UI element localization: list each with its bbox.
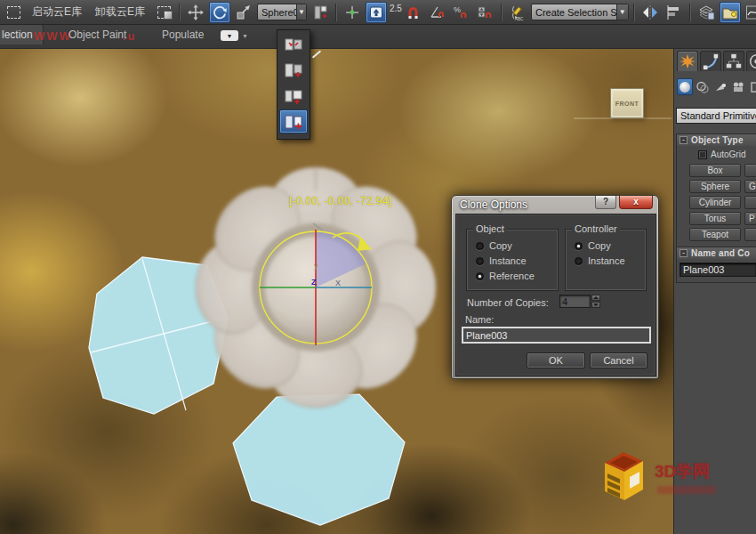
toolbar-separator bbox=[501, 4, 503, 21]
angle-snap-button[interactable] bbox=[427, 2, 448, 23]
cylinder-button[interactable]: Cylinder bbox=[689, 196, 741, 209]
radio-icon bbox=[476, 242, 484, 250]
ok-button[interactable]: OK bbox=[527, 352, 585, 368]
flyout-icon-2 bbox=[284, 62, 303, 78]
select-manipulate-button[interactable] bbox=[342, 2, 363, 23]
main-toolbar: 启动云E库 卸载云E库 Sphere00 ▼ bbox=[0, 0, 756, 25]
spinner-up-button[interactable] bbox=[591, 295, 600, 301]
select-object-icon bbox=[157, 6, 171, 19]
scale-icon bbox=[236, 4, 252, 20]
select-move-button[interactable] bbox=[185, 2, 206, 23]
autogrid-checkbox[interactable] bbox=[698, 150, 707, 159]
viewcube-label: FRONT bbox=[615, 101, 639, 107]
curve-editor-button[interactable] bbox=[744, 2, 756, 23]
percent-snap-button[interactable]: % bbox=[451, 2, 472, 23]
select-object-button[interactable] bbox=[153, 2, 174, 23]
subtab-shapes[interactable] bbox=[695, 78, 711, 95]
command-panel-tabs bbox=[674, 51, 756, 73]
pyramid-button[interactable]: P bbox=[744, 212, 756, 225]
copies-field[interactable] bbox=[559, 295, 591, 308]
flyout-option-3-button[interactable] bbox=[279, 84, 308, 108]
named-sets-icon: ABC bbox=[510, 4, 526, 20]
cone-button[interactable] bbox=[744, 164, 756, 177]
dialog-close-button[interactable]: x bbox=[619, 196, 653, 209]
selection-region-icon bbox=[7, 6, 20, 19]
tab-motion[interactable] bbox=[746, 51, 756, 71]
axis-z-label: Z bbox=[311, 278, 317, 287]
flyout-option-1-button[interactable] bbox=[279, 32, 308, 56]
controller-instance-radio[interactable]: Instance bbox=[575, 255, 625, 266]
object-reference-radio[interactable]: Reference bbox=[476, 271, 535, 281]
select-rotate-button[interactable] bbox=[209, 2, 230, 23]
dialog-title: Clone Options bbox=[460, 198, 527, 211]
tab-populate[interactable]: Populate bbox=[162, 28, 204, 41]
rotate-icon bbox=[212, 4, 228, 20]
object-type-rollout-header[interactable]: - Object Type bbox=[677, 134, 756, 146]
reference-coordinate-system-select[interactable]: Sphere00 ▼ bbox=[257, 4, 307, 20]
name-label: Name: bbox=[465, 314, 494, 325]
sphere-button[interactable]: Sphere bbox=[689, 180, 741, 193]
subtab-lights[interactable] bbox=[712, 78, 728, 95]
clone-options-dialog: Clone Options ? x Object Copy Instance R… bbox=[451, 195, 659, 379]
object-copy-radio[interactable]: Copy bbox=[476, 240, 512, 251]
snaps-toggle-button[interactable] bbox=[403, 2, 424, 23]
cancel-button[interactable]: Cancel bbox=[590, 352, 647, 368]
flyout-option-2-button[interactable] bbox=[279, 58, 308, 82]
uninstall-cloud-library-button[interactable]: 卸载云E库 bbox=[90, 4, 150, 20]
geosphere-button[interactable]: Ge bbox=[744, 180, 756, 193]
tube-button[interactable] bbox=[744, 196, 756, 209]
copies-spinner bbox=[591, 295, 600, 308]
rectangular-selection-region-button[interactable] bbox=[3, 2, 24, 23]
plane-object-bottom[interactable] bbox=[233, 394, 405, 525]
radio-icon bbox=[575, 242, 583, 250]
align-button[interactable] bbox=[664, 2, 685, 23]
create-icon bbox=[679, 53, 696, 70]
chevron-down-icon: ▼ bbox=[242, 33, 248, 39]
object-name-field[interactable] bbox=[680, 263, 756, 277]
copies-label: Number of Copies: bbox=[467, 297, 549, 308]
flyout-option-4-button[interactable] bbox=[279, 109, 308, 134]
controller-copy-radio[interactable]: Copy bbox=[575, 240, 611, 251]
viewcube-front-face[interactable]: FRONT bbox=[610, 88, 644, 118]
angle-snap-icon bbox=[430, 5, 445, 20]
teapot-button[interactable]: Teapot bbox=[689, 228, 741, 241]
name-color-rollout-header[interactable]: - Name and Co bbox=[677, 247, 756, 259]
primitive-category-select[interactable]: Standard Primitives bbox=[676, 108, 756, 124]
named-selection-set-select[interactable]: Create Selection Se ▼ bbox=[531, 4, 629, 20]
launch-cloud-library-button[interactable]: 启动云E库 bbox=[27, 4, 87, 20]
tab-hierarchy[interactable] bbox=[723, 51, 744, 71]
tab-create[interactable] bbox=[677, 51, 698, 71]
edit-named-selection-sets-button[interactable]: ABC bbox=[507, 2, 528, 23]
tab-modify[interactable] bbox=[700, 51, 721, 71]
mirror-button[interactable] bbox=[639, 2, 661, 23]
graphite-ribbon-toggle-button[interactable] bbox=[720, 2, 741, 23]
spinner-snap-button[interactable] bbox=[475, 2, 496, 23]
helpers-icon bbox=[750, 81, 756, 93]
plane-button[interactable] bbox=[744, 228, 756, 241]
layer-manager-button[interactable] bbox=[696, 2, 717, 23]
subtab-helpers[interactable] bbox=[748, 78, 756, 95]
ribbon-minimize-button[interactable]: ▼ bbox=[221, 30, 238, 41]
subtab-geometry[interactable] bbox=[677, 78, 693, 95]
subtab-cameras[interactable] bbox=[730, 78, 746, 95]
radio-icon bbox=[476, 257, 484, 265]
select-scale-button[interactable] bbox=[233, 2, 254, 23]
svg-text:ABC: ABC bbox=[515, 16, 524, 20]
autogrid-label: AutoGrid bbox=[711, 150, 745, 159]
mirror-icon bbox=[641, 4, 659, 20]
ribbon-tab-bar: lection WWW Object Paint .u Populate ▼ ▼ bbox=[0, 25, 756, 49]
object-instance-radio[interactable]: Instance bbox=[476, 255, 527, 266]
move-icon bbox=[188, 4, 204, 20]
tab-object-paint[interactable]: Object Paint bbox=[68, 28, 126, 41]
box-button[interactable]: Box bbox=[689, 164, 741, 177]
clone-name-field[interactable] bbox=[462, 327, 651, 344]
command-panel: Standard Primitives - Object Type AutoGr… bbox=[673, 49, 756, 534]
watermark-text: .u bbox=[123, 29, 137, 43]
torus-button[interactable]: Torus bbox=[689, 212, 741, 225]
spinner-down-button[interactable] bbox=[591, 302, 600, 308]
dialog-help-button[interactable]: ? bbox=[595, 196, 616, 209]
cameras-icon bbox=[732, 81, 744, 93]
flyout-icon-3 bbox=[284, 88, 303, 104]
use-pivot-center-button[interactable] bbox=[310, 2, 331, 23]
keyboard-override-toggle-button[interactable] bbox=[366, 2, 387, 23]
